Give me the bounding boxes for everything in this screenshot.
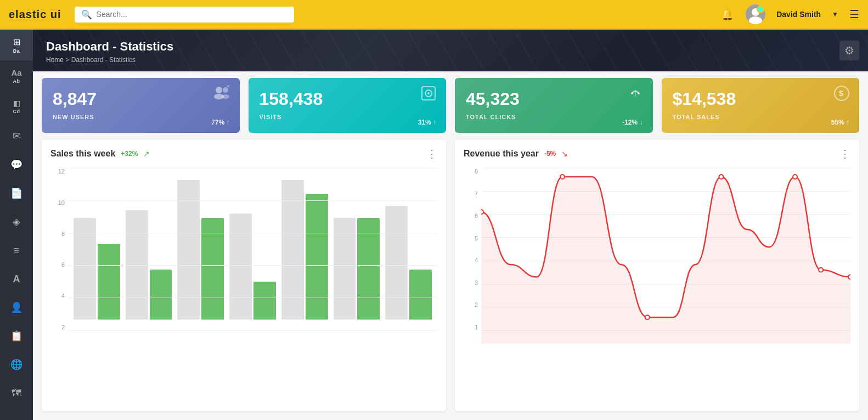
y-label-4: 4 [61,293,65,299]
sales-chart-menu-icon[interactable]: ⋮ [426,148,437,159]
breadcrumb: Home > Dashboard - Statistics [46,56,855,64]
svg-point-6 [222,94,229,99]
map-icon: 🗺 [12,388,21,399]
typography-icon: Aa [11,68,21,77]
revenue-dot-0 [481,210,483,214]
bar-group-6 [385,168,432,320]
font-icon: A [13,273,20,285]
grid-line [68,330,437,331]
revenue-chart-card: Revenue this year -5% ↘ ⋮ 8 7 6 5 4 [455,139,859,411]
stat-card-visits: 158,438 VISITS 31% ↑ [249,78,447,133]
visits-value: 158,438 [260,89,436,109]
navbar: elastic ui 🔍 🔔 David Smith ▼ ☰ [0,0,868,30]
page-header: Dashboard - Statistics Home > Dashboard … [33,30,868,71]
sidebar-item-typography[interactable]: Aa Ab [0,60,33,91]
revenue-chart-header: Revenue this year -5% ↘ ⋮ [464,148,850,159]
chat-icon: 💬 [10,159,22,171]
bar-gray-6 [385,206,408,320]
dashboard-grid-icon: ⊞ [13,37,20,47]
sidebar-item-list[interactable]: ≡ [0,236,33,265]
avatar [746,4,765,24]
list-icon: ≡ [14,245,20,256]
sidebar-item-globe[interactable]: 🌐 [0,350,33,379]
report-icon: 📋 [10,330,22,342]
bar-gray-2 [177,180,200,320]
sales-chart-title: Sales this week [50,149,115,159]
stat-card-new-users: + 8,847 NEW USERS 77% ↑ [42,78,240,133]
rev-y-5: 5 [475,235,478,242]
breadcrumb-home[interactable]: Home [46,56,64,64]
sidebar-item-docs[interactable]: 📄 [0,179,33,208]
search-input[interactable] [97,10,283,19]
sidebar: ⊞ Da Aa Ab ◧ Cd ✉ 💬 📄 ◈ ≡ A 👤 [0,30,33,420]
total-clicks-value: 45,323 [466,89,642,109]
bar-group-5 [334,168,380,320]
sidebar-item-dashboard[interactable]: ⊞ Da [0,30,33,60]
bar-group-2 [177,168,224,320]
hamburger-menu-icon[interactable]: ☰ [849,8,859,21]
bar-green-6 [409,270,432,320]
bar-gray-0 [74,218,96,320]
sales-chart-body: 12 10 8 6 4 2 [50,166,437,402]
rev-y-6: 6 [475,212,478,219]
sidebar-item-components[interactable]: ◧ Cd [0,91,33,122]
sidebar-item-font[interactable]: A [0,265,33,293]
bar-gray-5 [334,218,356,320]
bar-group-3 [229,168,276,320]
bar-green-3 [253,282,276,320]
layers-icon: ◈ [13,216,20,228]
page-title: Dashboard - Statistics [46,40,855,54]
sidebar-label-cd: Cd [13,109,20,114]
sidebar-item-user[interactable]: 👤 [0,293,33,322]
user-name[interactable]: David Smith [776,10,821,19]
main-layout: ⊞ Da Aa Ab ◧ Cd ✉ 💬 📄 ◈ ≡ A 👤 [0,30,868,420]
new-users-change: 77% ↑ [211,119,229,126]
bar-gray-1 [126,210,148,320]
svg-point-3 [216,87,222,93]
svg-point-1 [752,8,759,16]
svg-point-12 [638,92,640,94]
revenue-dot-6 [645,315,650,320]
y-label-10: 10 [58,199,65,206]
sidebar-item-map[interactable]: 🗺 [0,379,33,407]
total-clicks-label: TOTAL CLICKS [466,114,642,120]
revenue-line-svg [481,168,850,344]
stat-card-total-sales: $ $14,538 TOTAL SALES 55% ↑ [662,78,860,133]
sidebar-item-report[interactable]: 📋 [0,322,33,350]
new-users-icon: + [213,86,230,104]
y-label-8: 8 [61,231,65,237]
y-label-12: 12 [58,168,65,175]
components-icon: ◧ [13,99,20,108]
total-sales-icon: $ [834,86,849,105]
user-icon: 👤 [10,301,22,313]
revenue-chart-menu-icon[interactable]: ⋮ [839,148,850,159]
revenue-dot-3 [560,175,565,179]
total-clicks-change: -12% ↓ [622,119,642,126]
rev-y-3: 3 [475,279,478,286]
new-users-value: 8,847 [53,89,229,109]
sidebar-item-email[interactable]: ✉ [0,122,33,150]
total-sales-change: 55% ↑ [831,119,849,126]
user-dropdown-icon[interactable]: ▼ [832,10,838,18]
settings-gear-icon[interactable]: ⚙ [839,41,859,60]
svg-text:+: + [227,86,230,89]
stats-row: + 8,847 NEW USERS 77% ↑ 158, [33,71,868,139]
total-clicks-icon [628,86,643,105]
breadcrumb-current: Dashboard - Statistics [71,56,136,64]
search-bar: 🔍 [75,7,294,23]
bar-green-1 [150,270,172,320]
bar-group-1 [126,168,172,320]
rev-y-8: 8 [475,168,478,175]
navbar-right: 🔔 David Smith ▼ ☰ [721,4,859,24]
y-label-6: 6 [61,261,65,268]
bar-green-5 [357,218,380,320]
bell-icon[interactable]: 🔔 [721,8,735,21]
search-icon: 🔍 [81,9,92,20]
revenue-chart-title: Revenue this year [464,149,539,159]
sidebar-label-ab: Ab [13,79,20,84]
sidebar-item-chat[interactable]: 💬 [0,150,33,179]
rev-y-4: 4 [475,257,478,264]
sidebar-item-layers[interactable]: ◈ [0,208,33,236]
revenue-dot-12 [793,175,797,179]
sales-chart-badge: +32% [121,150,138,158]
